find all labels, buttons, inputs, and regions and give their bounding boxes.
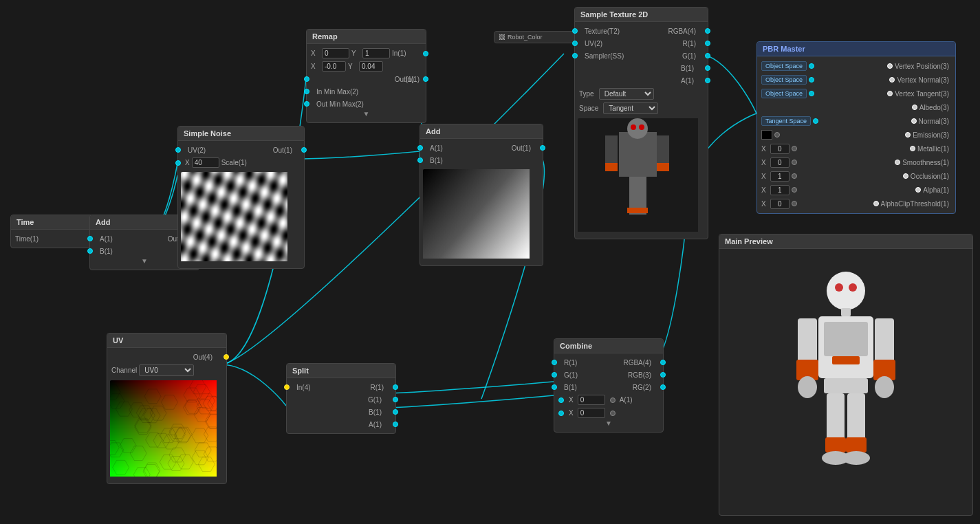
simple-noise-scale-port[interactable]: [175, 160, 181, 166]
remap-in1-port[interactable]: [304, 76, 309, 82]
remap-arrow[interactable]: ▼: [307, 110, 426, 120]
pbr-emission-out-dot[interactable]: [905, 132, 911, 138]
remap-inminmax-port[interactable]: [304, 89, 309, 94]
remap-x2-input[interactable]: [322, 61, 346, 72]
remap-outminmax-port[interactable]: [304, 101, 309, 107]
combine-b2-dot[interactable]: [610, 411, 616, 416]
node-pbr-master: PBR Master Object Space Vertex Position(…: [756, 41, 956, 214]
simple-noise-uv-port[interactable]: [175, 147, 181, 153]
simple-noise-preview: [181, 172, 301, 263]
combine-rgba-port[interactable]: [660, 360, 666, 365]
uv-preview: [110, 380, 224, 478]
main-preview-panel: Main Preview: [719, 234, 973, 516]
pbr-occlusion-input[interactable]: [770, 171, 790, 182]
pbr-alpha-out-dot[interactable]: [915, 187, 921, 193]
pbr-alphaclip-out-dot[interactable]: [873, 201, 879, 206]
add-left-a-port[interactable]: [87, 236, 93, 241]
combine-b-dot[interactable]: [610, 397, 616, 403]
pbr-vertex-normal-dot[interactable]: [889, 77, 895, 83]
pbr-metallic-out-dot[interactable]: [910, 146, 915, 151]
pbr-smoothness-out-dot[interactable]: [895, 160, 900, 165]
pbr-alpha-input[interactable]: [770, 185, 790, 195]
svg-point-19: [842, 451, 870, 465]
remap-xy2-row: X Y: [307, 60, 426, 73]
pbr-metallic-input[interactable]: [770, 144, 790, 154]
add-right-b-port[interactable]: [417, 157, 423, 163]
svg-rect-5: [824, 322, 868, 356]
node-add-right-header: Add: [420, 124, 543, 139]
pbr-occlusion-out-dot[interactable]: [903, 173, 908, 179]
combine-r-row: R(1) RGBA(4): [554, 356, 663, 369]
st-r-port[interactable]: [705, 41, 710, 46]
st-sampler-port[interactable]: [572, 53, 578, 58]
add-right-a-port[interactable]: [417, 145, 423, 151]
add-right-out-port[interactable]: [540, 145, 545, 151]
pbr-vertex-normal-row: Object Space Vertex Normal(3): [757, 73, 955, 87]
pbr-alpha-dot: [792, 187, 797, 193]
pbr-obj-space-btn-2[interactable]: Object Space: [761, 75, 807, 85]
split-in-port[interactable]: [284, 384, 290, 390]
combine-arrow[interactable]: ▼: [554, 419, 663, 429]
combine-b-port[interactable]: [552, 384, 557, 390]
node-simple-noise: Simple Noise UV(2) Out(1) X Scale(1): [177, 126, 305, 269]
remap-y2-input[interactable]: [359, 61, 383, 72]
combine-g-port[interactable]: [552, 372, 557, 378]
simple-noise-out-port[interactable]: [301, 147, 307, 153]
st-b-port[interactable]: [705, 65, 710, 71]
split-b-port[interactable]: [393, 409, 398, 415]
node-remap-header: Remap: [307, 30, 426, 44]
remap-out-port[interactable]: [423, 76, 428, 82]
add-right-a-row: A(1) Out(1): [420, 142, 543, 154]
svg-rect-16: [847, 393, 865, 445]
combine-x2-port[interactable]: [558, 411, 564, 416]
st-rgba-port[interactable]: [705, 28, 710, 34]
pbr-obj-space-btn-1[interactable]: Object Space: [761, 61, 807, 71]
simple-noise-scale-input[interactable]: [192, 157, 219, 168]
svg-point-1: [835, 283, 843, 292]
combine-x2-input[interactable]: [578, 408, 605, 418]
uv-out-port[interactable]: [224, 354, 229, 360]
remap-inminmax-row: In Min Max(2): [307, 85, 426, 98]
st-uv-port[interactable]: [572, 41, 578, 46]
st-g-port[interactable]: [705, 53, 710, 58]
st-texture-preview: [578, 118, 705, 233]
combine-r-port[interactable]: [552, 360, 557, 365]
remap-y1-input[interactable]: [362, 48, 390, 58]
pbr-obj-space-btn-3[interactable]: Object Space: [761, 89, 807, 98]
main-preview-header: Main Preview: [719, 234, 972, 249]
st-type-select[interactable]: Default Normal: [599, 88, 654, 100]
uv-channel-select[interactable]: UV0 UV1: [139, 364, 194, 376]
pbr-metallic-dot: [792, 146, 797, 151]
pbr-vertex-position-row: Object Space Vertex Position(3): [757, 59, 955, 73]
node-sample-texture-header: Sample Texture 2D: [575, 8, 708, 22]
combine-x1-port[interactable]: [558, 397, 564, 403]
combine-rg-port[interactable]: [660, 384, 666, 390]
split-a-port[interactable]: [393, 422, 398, 427]
st-sampler-row: Sampler(SS) G(1): [575, 50, 708, 62]
node-sample-texture: Sample Texture 2D Texture(T2) RGBA(4) UV…: [574, 7, 708, 239]
pbr-alphaclip-row: X AlphaClipThreshold(1): [757, 197, 955, 210]
pbr-tangent-space-btn[interactable]: Tangent Space: [761, 116, 811, 126]
combine-x1-input[interactable]: [578, 395, 605, 405]
pbr-emission-swatch[interactable]: [761, 130, 772, 140]
node-combine-header: Combine: [554, 339, 663, 353]
st-space-select[interactable]: Tangent World Object: [603, 102, 658, 114]
split-r-port[interactable]: [393, 384, 398, 390]
combine-x2-row: X: [554, 406, 663, 419]
pbr-vertex-tangent-dot[interactable]: [887, 91, 893, 96]
split-g-port[interactable]: [393, 397, 398, 402]
remap-in-port[interactable]: [423, 51, 428, 56]
pbr-vertex-pos-dot[interactable]: [887, 63, 893, 69]
svg-rect-15: [825, 437, 846, 452]
add-left-b-port[interactable]: [87, 248, 93, 254]
pbr-tangent-left-dot: [813, 118, 818, 124]
svg-point-12: [875, 376, 894, 398]
pbr-smoothness-input[interactable]: [770, 157, 790, 168]
pbr-alphaclip-input[interactable]: [770, 199, 790, 209]
st-a-port[interactable]: [705, 78, 710, 83]
remap-x1-input[interactable]: [322, 48, 349, 58]
combine-rgb-port[interactable]: [660, 372, 666, 378]
pbr-normal-dot[interactable]: [911, 118, 917, 124]
st-texture-port[interactable]: [572, 28, 578, 34]
pbr-albedo-dot[interactable]: [912, 105, 917, 110]
